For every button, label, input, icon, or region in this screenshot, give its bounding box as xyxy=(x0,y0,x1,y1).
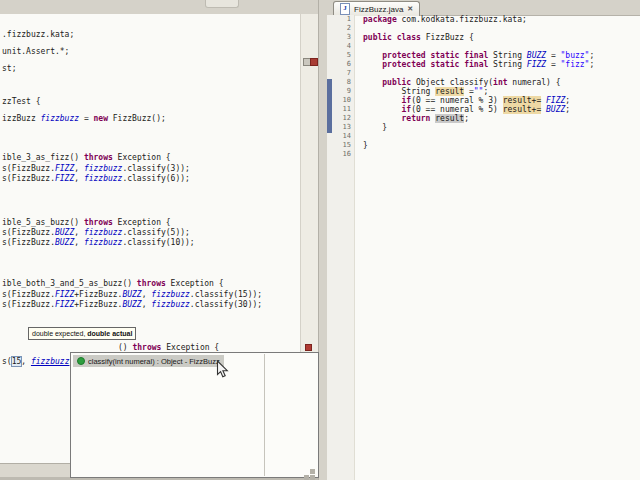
code-token: Exception { xyxy=(113,218,171,227)
code-token: result xyxy=(435,114,464,123)
code-token: numeral) { xyxy=(508,78,561,87)
chrome-notch xyxy=(205,0,239,8)
code-line[interactable]: package com.kodkata.fizzbuzz.kata; xyxy=(363,15,527,24)
code-token: Exception { xyxy=(166,279,224,288)
code-line[interactable]: s(FizzBuzz.FIZZ+FizzBuzz.BUZZ, fizzbuzz.… xyxy=(2,290,262,300)
code-token: final xyxy=(464,51,488,60)
code-token: .classify(30)); xyxy=(190,300,262,309)
code-line[interactable]: public class FizzBuzz { xyxy=(363,33,474,42)
code-token: return xyxy=(402,114,431,123)
code-line[interactable]: s(FizzBuzz.FIZZ+FizzBuzz.BUZZ, fizzbuzz.… xyxy=(2,300,262,310)
code-line[interactable]: if(0 == numeral % 3) result+= FIZZ; xyxy=(363,96,570,105)
line-number: 13 xyxy=(343,123,351,132)
code-line[interactable]: public Object classify(int numeral) { xyxy=(363,78,561,87)
code-line[interactable]: zzTest { xyxy=(2,97,41,107)
error-marker-icon[interactable] xyxy=(310,58,318,66)
code-token: package xyxy=(363,15,397,24)
code-token: fizzbuzz xyxy=(84,228,123,237)
code-token: s(FizzBuzz. xyxy=(2,174,55,183)
code-line[interactable]: s(FizzBuzz.FIZZ, fizzbuzz.classify(3)); xyxy=(2,164,190,174)
code-token: = xyxy=(464,87,474,96)
code-token xyxy=(363,78,382,87)
code-token: ; xyxy=(464,114,469,123)
tab-fizzbuzz-java[interactable]: J FizzBuzz.java ✕ xyxy=(333,1,420,16)
code-token: zzTest { xyxy=(2,97,41,106)
code-token: st; xyxy=(2,64,16,73)
code-token: (0 == numeral % 3) xyxy=(411,96,503,105)
code-token: unit.Assert.*; xyxy=(2,47,69,56)
changed-lines-bar xyxy=(327,79,332,133)
code-line[interactable]: .fizzbuzz.kata; xyxy=(2,30,74,40)
code-token: String xyxy=(363,87,435,96)
code-token: , xyxy=(142,300,152,309)
completion-item[interactable]: classify(int numeral) : Object - FizzBuz… xyxy=(73,355,224,367)
code-token: final xyxy=(464,60,488,69)
code-token: String xyxy=(488,60,527,69)
code-token: if xyxy=(402,105,412,114)
code-token: com.kodkata.fizzbuzz.kata; xyxy=(397,15,527,24)
code-token: throws xyxy=(84,153,113,162)
code-line[interactable]: ible_3_as_fizz() throws Exception { xyxy=(2,153,171,163)
code-line[interactable]: String result =""; xyxy=(363,87,488,96)
code-token: = xyxy=(79,114,93,123)
code-token: FizzBuzz { xyxy=(421,33,474,42)
code-token: ible_5_as_buzz() xyxy=(2,218,84,227)
code-line[interactable]: s(FizzBuzz.FIZZ, fizzbuzz.classify(6)); xyxy=(2,174,190,184)
line-number: 4 xyxy=(347,42,351,51)
right-editor-pane[interactable]: J FizzBuzz.java ✕ 1234567891011121314151… xyxy=(327,0,640,480)
right-code-area[interactable]: package com.kodkata.fizzbuzz.kata;public… xyxy=(355,15,640,480)
code-token: (0 == numeral % 5) xyxy=(411,105,503,114)
code-line[interactable]: protected static final String BUZZ = "bu… xyxy=(363,51,594,60)
code-line[interactable]: if(0 == numeral % 5) result+= BUZZ; xyxy=(363,105,570,114)
code-token: BUZZ xyxy=(546,105,565,114)
code-token: = xyxy=(546,60,560,69)
close-icon[interactable]: ✕ xyxy=(407,5,413,13)
code-line[interactable]: return result; xyxy=(363,114,469,123)
line-number: 9 xyxy=(347,87,351,96)
code-token: "buzz" xyxy=(561,51,590,60)
code-token: BUZZ xyxy=(122,290,141,299)
code-token: Exception { xyxy=(113,153,171,162)
code-token: static xyxy=(430,60,459,69)
code-line[interactable]: s(15, fizzbuzz. xyxy=(2,356,77,366)
code-token: result xyxy=(435,87,464,96)
code-line[interactable]: s(FizzBuzz.BUZZ, fizzbuzz.classify(5)); xyxy=(2,228,190,238)
code-token: fizzbuzz xyxy=(151,300,190,309)
line-number: 10 xyxy=(343,96,351,105)
code-line[interactable]: } xyxy=(363,141,368,150)
code-token: throws xyxy=(137,279,166,288)
code-token: FIZZ xyxy=(546,96,565,105)
completion-popup[interactable]: classify(int numeral) : Object - FizzBuz… xyxy=(70,352,319,478)
java-file-icon: J xyxy=(340,3,350,15)
code-token: s(FizzBuzz. xyxy=(2,164,55,173)
code-line[interactable]: izzBuzz fizzbuzz = new FizzBuzz(); xyxy=(2,114,166,124)
code-token: ; xyxy=(589,60,594,69)
code-token: BUZZ xyxy=(55,238,74,247)
code-line[interactable]: ible_5_as_buzz() throws Exception { xyxy=(2,218,171,228)
line-number: 7 xyxy=(347,69,351,78)
code-token: .classify(6)); xyxy=(122,174,189,183)
code-line[interactable]: ible_both_3_and_5_as_buzz() throws Excep… xyxy=(2,279,224,289)
code-line[interactable]: s(FizzBuzz.BUZZ, fizzbuzz.classify(10)); xyxy=(2,238,195,248)
code-token: +FizzBuzz. xyxy=(74,300,122,309)
code-token: fizzbuzz xyxy=(84,174,123,183)
code-token xyxy=(363,96,402,105)
code-token: fizzbuzz xyxy=(84,164,123,173)
code-token: BUZZ xyxy=(55,228,74,237)
line-number-ruler[interactable]: 12345678910111213141516 xyxy=(334,15,355,480)
code-token: String xyxy=(488,51,527,60)
code-line[interactable]: protected static final String FIZZ = "fi… xyxy=(363,60,594,69)
code-line[interactable]: st; xyxy=(2,64,16,74)
code-token: } xyxy=(363,123,387,132)
code-token: "fizz" xyxy=(561,60,590,69)
error-marker-icon[interactable] xyxy=(305,344,312,351)
resize-grip[interactable] xyxy=(310,469,315,474)
code-line[interactable]: unit.Assert.*; xyxy=(2,47,69,57)
code-line[interactable]: } xyxy=(363,123,387,132)
code-token: fizzbuzz xyxy=(151,290,190,299)
editor-tab-bar: J FizzBuzz.java ✕ xyxy=(327,0,640,16)
public-method-icon xyxy=(77,357,85,365)
code-token: BUZZ xyxy=(527,51,546,60)
parameter-hint-tooltip: double expected, double actual xyxy=(28,327,136,340)
code-token: Exception { xyxy=(161,343,219,352)
